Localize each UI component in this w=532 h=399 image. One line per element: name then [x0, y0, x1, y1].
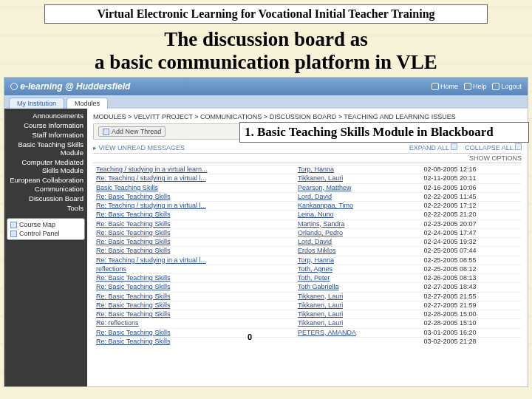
- table-row[interactable]: Re: Basic Teaching SkillsLeiria, Nuno02-…: [93, 211, 522, 219]
- table-row[interactable]: reflectionsToth, Agnes02-25-2005 08:12: [93, 265, 522, 273]
- bb-brand: e-learning @ Huddersfield: [20, 81, 130, 92]
- expand-icon: [451, 143, 457, 150]
- footer-version: 0: [248, 332, 252, 341]
- sidebar-item[interactable]: Computer Mediated Skills Module: [7, 158, 85, 176]
- help-icon: [464, 83, 471, 90]
- sidebar-item[interactable]: Course Information: [7, 121, 85, 131]
- collapse-all-link[interactable]: COLLAPSE ALL: [465, 143, 522, 151]
- table-row[interactable]: Re: Basic Teaching Skills03-02-2005 21:2…: [93, 337, 522, 346]
- sidebar-item[interactable]: Communication: [7, 185, 85, 194]
- control-panel-link[interactable]: Control Panel: [9, 229, 83, 238]
- course-map-link[interactable]: Course Map: [9, 220, 83, 229]
- sidebar-item[interactable]: Tools: [7, 204, 85, 214]
- table-row[interactable]: Re: Basic Teaching SkillsTikkanen, Lauri…: [93, 292, 522, 301]
- table-row[interactable]: Re: Basic Teaching SkillsToth Gabriella0…: [93, 283, 522, 292]
- table-row[interactable]: Re: reflectionsTikkanen, Lauri02-28-2005…: [93, 319, 522, 328]
- sidebar-item[interactable]: Announcements: [7, 112, 85, 121]
- show-options-link[interactable]: SHOW OPTIONS: [93, 153, 522, 163]
- tab-my-institution[interactable]: My Institution: [9, 98, 64, 109]
- table-row[interactable]: Re: Teaching / studying in a virtual l..…: [93, 256, 522, 265]
- table-row[interactable]: Re: Teaching / studying in a virtual l..…: [93, 202, 522, 211]
- slide-title-line1: The discussion board as: [164, 28, 367, 50]
- table-row[interactable]: Re: Basic Teaching SkillsPETERS, AMANDA0…: [93, 328, 522, 337]
- slide-title-line2: a basic communication platform in VLE: [95, 51, 437, 73]
- table-row[interactable]: Re: Basic Teaching SkillsTikkanen, Lauri…: [93, 310, 522, 319]
- table-row[interactable]: Re: Basic Teaching SkillsToth, Peter02-2…: [93, 274, 522, 283]
- project-banner: Virtual Electronic Learning for Vocation…: [44, 4, 488, 24]
- logout-link[interactable]: Logout: [492, 83, 522, 90]
- thread-table: Teaching / studying in a virtual learn..…: [93, 165, 522, 346]
- table-row[interactable]: Basic Teaching SkillsPearson, Matthew02-…: [93, 183, 522, 192]
- slide-title: The discussion board as a basic communic…: [7, 28, 525, 74]
- map-icon: [10, 222, 17, 228]
- bb-header: e-learning @ Huddersfield Home Help Logo…: [4, 78, 528, 95]
- table-row[interactable]: Re: Basic Teaching SkillsLord, David02-2…: [93, 192, 522, 201]
- table-row[interactable]: Teaching / studying in a virtual learn..…: [93, 166, 522, 174]
- discussion-board-panel: MODULES > VELVITT PROJECT > COMMUNICATIO…: [87, 109, 528, 386]
- sidebar-item[interactable]: Basic Teaching Skills Module: [7, 140, 85, 158]
- table-row[interactable]: Re: Basic Teaching SkillsErdos Miklos02-…: [93, 247, 522, 256]
- sidebar-item[interactable]: European Collaboration: [7, 176, 85, 185]
- table-row[interactable]: Re: Teaching / studying in a virtual l..…: [93, 174, 522, 183]
- table-row[interactable]: Re: Basic Teaching SkillsMartins, Sandra…: [93, 219, 522, 228]
- sidebar-tools: Course Map Control Panel: [7, 218, 85, 240]
- bb-logo-icon: [10, 83, 18, 90]
- collapse-icon: [515, 143, 522, 150]
- overlay-caption: 1. Basic Teaching Skills Module in Black…: [239, 122, 529, 143]
- expand-all-link[interactable]: EXPAND ALL: [409, 143, 458, 151]
- home-link[interactable]: Home: [432, 83, 458, 90]
- view-unread-link[interactable]: ▸ VIEW UNREAD MESSAGES: [93, 144, 185, 151]
- view-bar: ▸ VIEW UNREAD MESSAGES EXPAND ALL COLLAP…: [93, 142, 522, 153]
- tab-modules[interactable]: Modules: [66, 98, 108, 109]
- sidebar-item[interactable]: Staff Information: [7, 131, 85, 140]
- gear-icon: [10, 231, 17, 237]
- add-thread-button[interactable]: Add New Thread: [98, 126, 166, 137]
- help-link[interactable]: Help: [464, 83, 487, 90]
- table-row[interactable]: Re: Basic Teaching SkillsTikkanen, Lauri…: [93, 301, 522, 310]
- home-icon: [432, 83, 439, 90]
- logout-icon: [492, 83, 499, 90]
- plus-icon: [103, 129, 109, 135]
- bb-tabs: My Institution Modules: [4, 95, 528, 109]
- table-row[interactable]: Re: Basic Teaching SkillsOrlando, Pedro0…: [93, 228, 522, 237]
- sidebar-item[interactable]: Discussion Board: [7, 194, 85, 204]
- table-row[interactable]: Re: Basic Teaching SkillsLord, David02-2…: [93, 238, 522, 247]
- course-sidebar: Announcements Course Information Staff I…: [4, 109, 87, 386]
